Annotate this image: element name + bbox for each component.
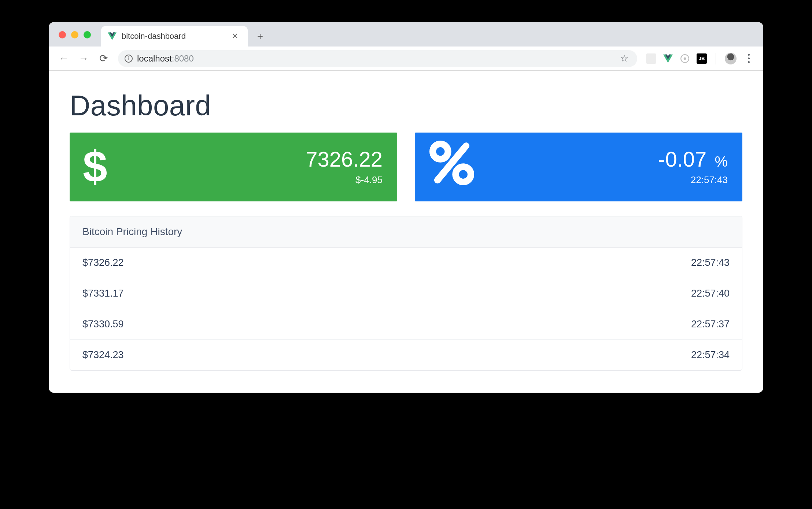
history-time: 22:57:34 <box>691 349 730 361</box>
svg-point-2 <box>433 144 448 159</box>
extension-icon[interactable] <box>646 53 656 64</box>
tab-close-button[interactable]: ✕ <box>229 30 240 42</box>
back-button[interactable]: ← <box>56 51 72 67</box>
history-row: $7330.5922:57:37 <box>70 309 742 340</box>
history-time: 22:57:43 <box>691 257 730 268</box>
browser-window: bitcoin-dashboard ✕ + ← → ⟳ i localhost:… <box>49 22 763 393</box>
percent-icon <box>428 139 476 193</box>
page-title: Dashboard <box>70 89 742 122</box>
history-price: $7330.59 <box>82 319 124 330</box>
history-price: $7331.17 <box>82 288 124 299</box>
url-host: localhost <box>137 53 172 63</box>
window-controls <box>59 31 91 38</box>
history-row: $7331.1722:57:40 <box>70 278 742 309</box>
history-title: Bitcoin Pricing History <box>70 216 742 248</box>
new-tab-button[interactable]: + <box>253 29 267 44</box>
extension-icon[interactable] <box>680 53 690 64</box>
address-bar[interactable]: i localhost:8080 ☆ <box>118 50 637 67</box>
svg-line-4 <box>438 146 466 180</box>
history-price: $7324.23 <box>82 349 124 361</box>
price-delta: $-4.95 <box>306 174 383 186</box>
change-unit: % <box>715 153 728 170</box>
dollar-icon: $ <box>83 144 107 188</box>
bookmark-star-icon[interactable]: ☆ <box>620 53 628 64</box>
page-content: Dashboard $ 7326.22 $-4.95 <box>49 71 763 393</box>
svg-point-3 <box>455 167 471 182</box>
history-panel: Bitcoin Pricing History $7326.2222:57:43… <box>70 216 742 371</box>
reload-button[interactable]: ⟳ <box>95 51 111 67</box>
summary-cards: $ 7326.22 $-4.95 <box>70 133 742 201</box>
site-info-icon[interactable]: i <box>125 55 133 63</box>
change-card: -0.07 % 22:57:43 <box>415 133 742 201</box>
extension-icons: JB <box>644 53 756 64</box>
jetbrains-extension-icon[interactable]: JB <box>697 53 707 64</box>
url-text: localhost:8080 <box>137 53 194 64</box>
tab-title: bitcoin-dashboard <box>122 31 224 41</box>
change-value: -0.07 % <box>658 147 728 171</box>
url-port: :8080 <box>172 53 194 63</box>
window-minimize-button[interactable] <box>71 31 78 38</box>
window-close-button[interactable] <box>59 31 66 38</box>
history-time: 22:57:40 <box>691 288 730 299</box>
history-row: $7324.2322:57:34 <box>70 340 742 370</box>
window-zoom-button[interactable] <box>84 31 91 38</box>
toolbar-separator <box>716 53 716 64</box>
forward-button[interactable]: → <box>75 51 92 67</box>
history-price: $7326.22 <box>82 257 124 268</box>
profile-avatar[interactable] <box>725 53 737 64</box>
change-number: -0.07 <box>658 147 706 171</box>
browser-toolbar: ← → ⟳ i localhost:8080 ☆ <box>49 47 763 71</box>
svg-point-1 <box>684 57 686 60</box>
price-card: $ 7326.22 $-4.95 <box>70 133 397 201</box>
history-time: 22:57:37 <box>691 319 730 330</box>
browser-tab[interactable]: bitcoin-dashboard ✕ <box>101 26 248 47</box>
browser-menu-button[interactable] <box>743 54 754 63</box>
price-value: 7326.22 <box>306 147 383 171</box>
tab-strip: bitcoin-dashboard ✕ + <box>49 22 763 47</box>
vue-devtools-icon[interactable] <box>663 53 673 64</box>
change-timestamp: 22:57:43 <box>658 174 728 186</box>
history-row: $7326.2222:57:43 <box>70 248 742 278</box>
vue-favicon-icon <box>108 32 117 41</box>
